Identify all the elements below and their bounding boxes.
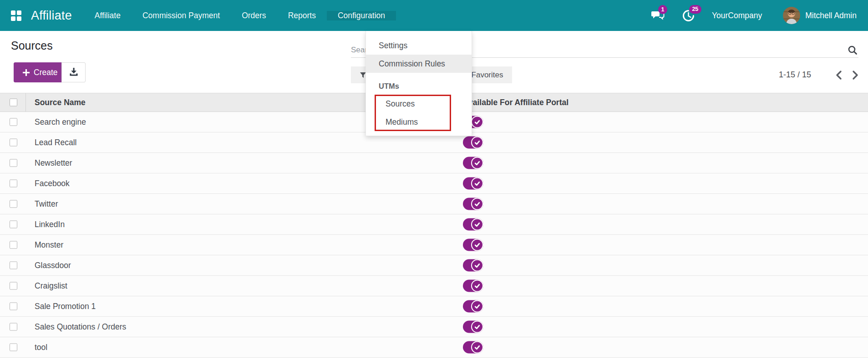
check-toggle-icon [471,177,483,190]
messages-badge: 1 [658,5,667,14]
source-name-cell: Twitter [35,194,58,214]
table-row[interactable]: Glassdoor [0,255,868,276]
row-checkbox[interactable] [10,282,17,290]
nav-item-commission-payment[interactable]: Commission Payment [132,11,231,20]
check-toggle-icon [471,137,483,149]
check-toggle-icon [471,341,483,354]
source-name-cell: Facebook [35,173,70,193]
row-checkbox[interactable] [10,118,17,126]
source-name-cell: Lead Recall [35,132,76,152]
portal-toggle[interactable] [463,198,483,210]
portal-toggle[interactable] [463,239,483,251]
row-checkbox[interactable] [10,200,17,208]
check-toggle-icon [471,259,483,272]
header-column-divider [25,93,26,112]
pager-range: 1-15 / 15 [779,70,811,80]
chevron-left-icon [836,70,842,80]
navbar-left: Affiliate Affiliate Commission Payment O… [0,0,396,31]
nav-item-configuration[interactable]: Configuration [327,11,396,20]
create-button-label: Create [34,68,58,77]
navbar-menu: Affiliate Commission Payment Orders Repo… [84,11,396,20]
portal-toggle[interactable] [463,177,483,190]
row-checkbox[interactable] [10,241,17,249]
table-row[interactable]: Sale Promotion 1 [0,296,868,317]
table-row[interactable]: Twitter [0,194,868,214]
table-row[interactable]: LinkedIn [0,214,868,235]
row-checkbox[interactable] [10,159,17,167]
activities-button[interactable]: 25 [682,10,695,22]
check-toggle-icon [471,198,483,210]
export-button[interactable] [61,62,86,82]
menu-item-settings[interactable]: Settings [366,36,472,55]
favorites-button-label: Favorites [472,71,503,80]
avatar[interactable] [783,7,800,24]
select-all-checkbox[interactable] [10,99,17,106]
download-tray-icon [68,67,79,78]
menu-item-sources[interactable]: Sources [366,95,472,113]
source-name-cell: LinkedIn [35,214,65,234]
portal-toggle[interactable] [463,300,483,313]
messages-button[interactable]: 1 [651,10,665,21]
portal-toggle[interactable] [463,259,483,272]
source-name-cell: Glassdoor [35,255,71,275]
avatar-image [783,7,800,24]
pager-next-button[interactable] [852,70,858,80]
source-name-cell: Monster [35,235,63,255]
source-name-cell: tool [35,337,47,357]
pager-previous-button[interactable] [836,70,842,80]
chevron-right-icon [852,70,858,80]
portal-toggle[interactable] [463,341,483,354]
source-name-cell: Newsletter [35,153,72,173]
search-icon [848,45,858,55]
affiliate-app-window: Affiliate Affiliate Commission Payment O… [0,0,868,360]
page-title: Sources [11,39,53,52]
menu-item-commission-rules[interactable]: Commission Rules [366,55,472,73]
table-row[interactable]: Sales Quotations / Orders [0,317,868,337]
app-brand-title: Affiliate [31,9,72,23]
menu-section-utms: UTMs [366,77,472,95]
column-header-available-for-affiliate-portal[interactable]: Available For Affiliate Portal [463,93,569,112]
check-toggle-icon [471,239,483,251]
check-toggle-icon [471,218,483,231]
check-toggle-icon [471,280,483,292]
activities-badge: 25 [689,5,701,14]
nav-item-affiliate[interactable]: Affiliate [84,11,132,20]
check-toggle-icon [471,157,483,169]
table-row[interactable]: Newsletter [0,153,868,173]
portal-toggle[interactable] [463,280,483,292]
source-name-cell: Craigslist [35,276,67,296]
row-checkbox[interactable] [10,323,17,331]
column-header-source-name[interactable]: Source Name [35,93,86,112]
source-name-cell: Search engine [35,112,86,132]
pager: 1-15 / 15 [779,66,858,83]
plus-icon [23,69,30,76]
navbar-right: 1 25 YourCompany [651,0,868,31]
source-name-cell: Sale Promotion 1 [35,296,96,316]
portal-toggle[interactable] [463,321,483,333]
portal-toggle[interactable] [463,218,483,231]
source-name-cell: Sales Quotations / Orders [35,317,126,337]
create-button[interactable]: Create [14,62,67,82]
row-checkbox[interactable] [10,262,17,269]
table-row[interactable]: tool [0,337,868,358]
table-row[interactable]: Monster [0,235,868,255]
nav-item-orders[interactable]: Orders [231,11,277,20]
company-switcher[interactable]: YourCompany [712,11,762,20]
apps-menu-button[interactable] [11,10,21,21]
portal-toggle[interactable] [463,157,483,169]
row-checkbox[interactable] [10,303,17,310]
row-checkbox[interactable] [10,344,17,351]
nav-item-reports[interactable]: Reports [277,11,327,20]
row-checkbox[interactable] [10,221,17,228]
configuration-dropdown-menu: Settings Commission Rules UTMs Sources M… [365,31,472,136]
check-toggle-icon [471,116,483,128]
menu-item-mediums[interactable]: Mediums [366,113,472,131]
table-row[interactable]: Facebook [0,173,868,194]
apps-grid-icon [11,10,21,21]
user-menu[interactable]: Mitchell Admin [805,11,857,20]
row-checkbox[interactable] [10,139,17,147]
portal-toggle[interactable] [463,137,483,149]
check-toggle-icon [471,300,483,313]
table-row[interactable]: Craigslist [0,276,868,296]
row-checkbox[interactable] [10,180,17,188]
